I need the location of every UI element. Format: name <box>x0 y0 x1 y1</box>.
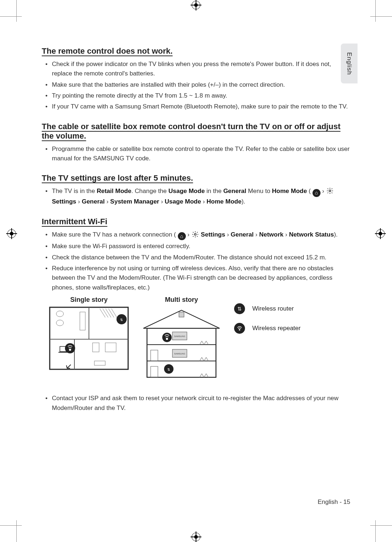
heading-settings: The TV settings are lost after 5 minutes… <box>42 173 350 183</box>
list-item: Check if the power indicator on the TV b… <box>52 59 350 79</box>
registration-mark-icon <box>192 533 200 541</box>
svg-point-44 <box>166 338 168 340</box>
svg-line-9 <box>109 309 114 317</box>
svg-line-31 <box>204 341 206 345</box>
svg-text:⇅: ⇅ <box>167 368 170 371</box>
legend-router-label: Wireless router <box>252 305 294 312</box>
svg-rect-13 <box>94 361 105 365</box>
svg-line-33 <box>200 357 202 361</box>
heading-remote: The remote control does not work. <box>42 46 350 56</box>
list-item: Make sure the TV has a network connectio… <box>52 230 350 241</box>
svg-point-0 <box>329 190 331 192</box>
gear-icon <box>191 230 199 238</box>
list-cable: Programme the cable or satellite box rem… <box>42 144 350 164</box>
list-item: Contact your ISP and ask them to reset y… <box>52 394 350 413</box>
multi-story-label: Multi story <box>165 296 198 304</box>
svg-text:SAMSUNG: SAMSUNG <box>174 335 185 337</box>
svg-point-15 <box>56 320 64 326</box>
svg-text:⇅: ⇅ <box>120 318 123 322</box>
router-icon: ⇅ <box>234 303 245 314</box>
list-settings: The TV is in the Retail Mode. Change the… <box>42 186 350 206</box>
legend: ⇅ Wireless router Wireless repeater <box>234 296 301 334</box>
registration-mark-icon <box>376 229 385 238</box>
single-story-diagram: ⇅ <box>49 307 129 370</box>
single-story-label: Single story <box>70 296 107 304</box>
svg-rect-27 <box>151 350 158 361</box>
svg-point-14 <box>56 311 64 317</box>
svg-line-35 <box>204 357 206 361</box>
list-item: Try pointing the remote directly at the … <box>52 91 350 100</box>
svg-line-38 <box>202 374 204 377</box>
list-remote: Check if the power indicator on the TV b… <box>42 59 350 112</box>
svg-line-7 <box>103 309 108 317</box>
svg-line-39 <box>204 374 206 377</box>
svg-rect-12 <box>105 343 116 352</box>
page-footer: English - 15 <box>318 498 350 506</box>
svg-text:SAMSUNG: SAMSUNG <box>174 353 185 355</box>
registration-mark-icon <box>192 1 200 9</box>
registration-mark-icon <box>7 229 16 238</box>
svg-line-37 <box>200 374 202 377</box>
list-item: Make sure the Wi-Fi password is entered … <box>52 242 350 251</box>
svg-point-20 <box>69 349 71 351</box>
svg-line-32 <box>206 341 208 345</box>
list-wifi-2: Contact your ISP and ask them to reset y… <box>42 394 350 413</box>
list-item: Reduce interference by not using or turn… <box>52 264 350 292</box>
svg-rect-16 <box>80 312 85 330</box>
svg-line-30 <box>202 341 204 345</box>
legend-repeater-label: Wireless repeater <box>252 325 301 332</box>
list-wifi: Make sure the TV has a network connectio… <box>42 230 350 293</box>
gear-icon <box>326 187 334 195</box>
svg-point-49 <box>239 329 240 330</box>
svg-line-6 <box>100 309 105 317</box>
svg-line-40 <box>206 374 208 377</box>
list-item: The TV is in the Retail Mode. Change the… <box>52 186 350 206</box>
multi-story-diagram: SAMSUNG SAMSUNG ⇅ <box>140 307 223 379</box>
list-item: If your TV came with a Samsung Smart Rem… <box>52 102 350 111</box>
svg-rect-23 <box>179 312 184 317</box>
home-icon: ⌂ <box>178 232 186 240</box>
svg-rect-11 <box>93 343 99 352</box>
svg-point-43 <box>162 333 172 342</box>
svg-rect-28 <box>151 366 158 377</box>
svg-point-1 <box>194 233 196 235</box>
svg-line-36 <box>206 357 208 361</box>
svg-line-8 <box>106 309 111 317</box>
svg-line-29 <box>200 341 202 345</box>
diagram-row: Single story <box>49 296 350 379</box>
list-item: Check the distance between the TV and th… <box>52 253 350 262</box>
list-item: Programme the cable or satellite box rem… <box>52 144 350 164</box>
svg-line-34 <box>202 357 204 361</box>
heading-cable: The cable or satellite box remote contro… <box>42 122 350 141</box>
heading-wifi: Intermittent Wi-Fi <box>42 217 350 226</box>
svg-line-10 <box>111 309 117 317</box>
list-item: Make sure that the batteries are install… <box>52 80 350 90</box>
home-icon: ⌂ <box>313 189 320 197</box>
repeater-icon <box>234 323 245 334</box>
svg-point-19 <box>65 343 75 353</box>
